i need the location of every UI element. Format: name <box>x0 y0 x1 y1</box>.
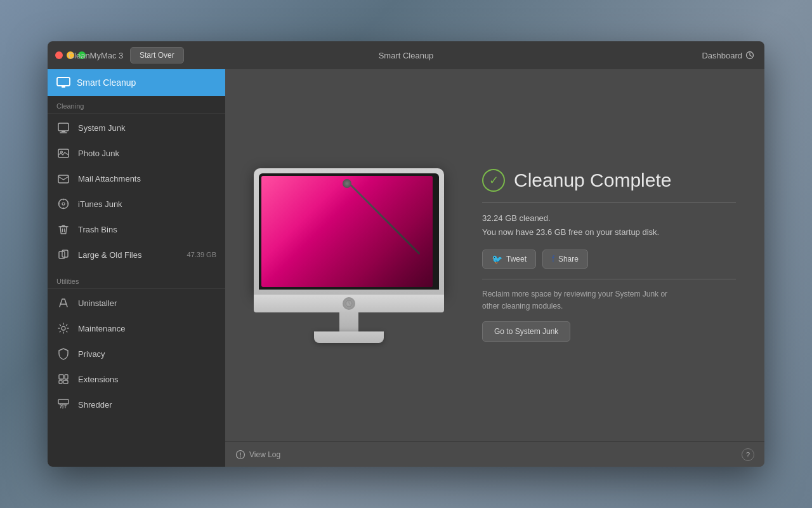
reclaim-text: Reclaim more space by reviewing your Sys… <box>482 288 736 312</box>
sidebar-item-system-junk[interactable]: System Junk <box>48 115 225 140</box>
privacy-icon <box>56 347 70 361</box>
help-button[interactable]: ? <box>742 448 754 461</box>
maintenance-label: Maintenance <box>78 324 125 333</box>
utilities-section-label: Utilities <box>48 271 225 289</box>
close-button[interactable] <box>55 51 63 59</box>
itunes-junk-label: iTunes Junk <box>78 199 122 209</box>
title-bar: CleanMyMac 3 Start Over Smart Cleanup Da… <box>48 41 764 69</box>
large-old-files-badge: 47.39 GB <box>187 251 216 258</box>
svg-rect-4 <box>62 131 65 132</box>
main-content: Smart Cleanup Cleaning System Junk <box>48 69 764 467</box>
section-title: Smart Cleanup <box>379 51 434 60</box>
mail-attachments-label: Mail Attachments <box>78 174 141 184</box>
svg-rect-3 <box>58 123 69 131</box>
wiper-pivot <box>343 179 351 188</box>
sidebar-item-photo-junk[interactable]: Photo Junk <box>48 140 225 166</box>
log-icon <box>235 450 246 460</box>
maintenance-icon <box>56 321 70 335</box>
imac-chin <box>254 295 444 312</box>
imac-stand-neck <box>339 312 358 331</box>
view-log-label: View Log <box>249 450 280 459</box>
uninstaller-label: Uninstaller <box>78 298 117 308</box>
app-name-label: CleanMyMac 3 <box>69 51 124 60</box>
extensions-label: Extensions <box>78 375 119 384</box>
help-label: ? <box>746 451 750 458</box>
imac-illustration <box>254 168 444 343</box>
imac-stand-base <box>314 331 384 343</box>
svg-point-9 <box>62 203 65 205</box>
dashboard-icon <box>745 51 754 60</box>
system-junk-icon <box>56 121 70 135</box>
smart-cleanup-label: Smart Cleanup <box>77 77 136 88</box>
social-buttons: 🐦 Tweet f Share <box>482 250 736 269</box>
stats-text: 32.24 GB cleaned. You now have 23.6 GB f… <box>482 211 736 239</box>
shredder-icon <box>56 398 70 411</box>
extensions-icon <box>56 372 70 386</box>
trash-bins-label: Trash Bins <box>78 225 117 234</box>
app-window: CleanMyMac 3 Start Over Smart Cleanup Da… <box>48 41 764 467</box>
stats-line1: 32.24 GB cleaned. <box>482 211 736 225</box>
go-to-system-junk-button[interactable]: Go to System Junk <box>482 321 570 342</box>
dashboard-button[interactable]: Dashboard <box>702 51 754 60</box>
svg-rect-14 <box>59 380 62 384</box>
sidebar-item-itunes-junk[interactable]: iTunes Junk <box>48 191 225 217</box>
facebook-icon: f <box>552 254 554 264</box>
sidebar-item-smart-cleanup[interactable]: Smart Cleanup <box>48 69 225 96</box>
view-log-button[interactable]: View Log <box>235 450 280 460</box>
svg-rect-16 <box>65 375 68 379</box>
cleaning-section-label: Cleaning <box>48 96 225 114</box>
svg-rect-17 <box>58 399 69 404</box>
imac-screen-bezel <box>259 173 439 290</box>
main-footer: View Log ? <box>225 441 764 467</box>
wiper-arm <box>347 181 420 254</box>
main-panel: ✓ Cleanup Complete 32.24 GB cleaned. You… <box>225 69 764 467</box>
main-body: ✓ Cleanup Complete 32.24 GB cleaned. You… <box>225 69 764 441</box>
tweet-button[interactable]: 🐦 Tweet <box>482 250 536 269</box>
tweet-label: Tweet <box>506 255 527 264</box>
cleanup-complete-header: ✓ Cleanup Complete <box>482 169 736 192</box>
svg-rect-13 <box>59 375 63 379</box>
svg-rect-2 <box>62 86 65 88</box>
check-circle-icon: ✓ <box>482 169 505 192</box>
large-old-files-label: Large & Old Files <box>78 250 141 260</box>
system-junk-label: System Junk <box>78 123 125 133</box>
svg-point-8 <box>59 199 69 209</box>
photo-junk-label: Photo Junk <box>78 149 119 158</box>
sidebar-item-privacy[interactable]: Privacy <box>48 341 225 366</box>
check-mark: ✓ <box>489 175 499 186</box>
sidebar-item-large-old-files[interactable]: Large & Old Files 47.39 GB <box>48 242 225 267</box>
mail-attachments-icon <box>56 171 70 185</box>
svg-rect-15 <box>63 380 68 384</box>
smart-cleanup-icon <box>56 76 70 90</box>
privacy-label: Privacy <box>78 349 105 359</box>
uninstaller-icon <box>56 296 70 310</box>
sidebar-item-shredder[interactable]: Shredder <box>48 392 225 417</box>
start-over-button[interactable]: Start Over <box>130 47 184 64</box>
divider-1 <box>482 202 736 203</box>
dashboard-label: Dashboard <box>702 51 742 60</box>
share-button[interactable]: f Share <box>542 250 588 269</box>
imac-logo-circle <box>343 297 355 310</box>
sidebar-item-uninstaller[interactable]: Uninstaller <box>48 290 225 316</box>
svg-rect-7 <box>58 175 69 183</box>
imac-screen <box>261 176 433 287</box>
svg-rect-1 <box>57 77 70 86</box>
shredder-label: Shredder <box>78 400 112 410</box>
cleanup-complete-title: Cleanup Complete <box>514 170 671 191</box>
sidebar: Smart Cleanup Cleaning System Junk <box>48 69 225 467</box>
sidebar-item-extensions[interactable]: Extensions <box>48 366 225 392</box>
trash-bins-icon <box>56 222 70 236</box>
imac-illustration-container <box>254 168 444 343</box>
itunes-junk-icon <box>56 197 70 211</box>
sidebar-item-maintenance[interactable]: Maintenance <box>48 316 225 341</box>
photo-junk-icon <box>56 146 70 160</box>
share-label: Share <box>558 255 579 264</box>
sidebar-item-mail-attachments[interactable]: Mail Attachments <box>48 166 225 191</box>
imac-screen-outer <box>254 168 444 295</box>
svg-point-12 <box>62 326 65 330</box>
sidebar-item-trash-bins[interactable]: Trash Bins <box>48 217 225 242</box>
twitter-icon: 🐦 <box>492 254 502 264</box>
cleanup-complete-panel: ✓ Cleanup Complete 32.24 GB cleaned. You… <box>450 169 736 342</box>
large-old-files-icon <box>56 248 70 262</box>
divider-2 <box>482 279 736 279</box>
